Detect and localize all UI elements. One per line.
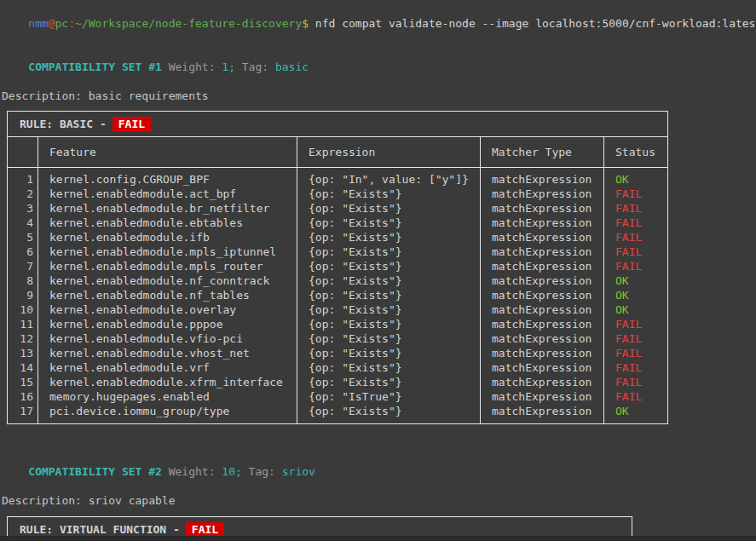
feature-cell: kernel.enabledmodule.nf_tables	[38, 288, 297, 302]
table-row: 3kernel.enabledmodule.br_netfilter{op: "…	[8, 201, 668, 216]
matcher-cell: matchExpression	[481, 230, 604, 245]
row-number: 5	[8, 230, 38, 245]
feature-cell: kernel.enabledmodule.act_bpf	[38, 187, 297, 201]
table-row: 14kernel.enabledmodule.vrf{op: "Exists"}…	[8, 360, 668, 375]
tag-label: Tag:	[242, 465, 282, 478]
expression-cell: {op: "Exists"}	[297, 201, 481, 216]
expression-cell: {op: "In", value: ["y"]}	[297, 168, 481, 187]
table-row: 15kernel.enabledmodule.xfrm_interface{op…	[8, 375, 668, 389]
status-cell: FAIL	[604, 317, 668, 331]
feature-cell: kernel.enabledmodule.xfrm_interface	[38, 375, 297, 389]
matcher-cell: matchExpression	[481, 375, 604, 389]
table-row: 1kernel.config.CGROUP_BPF{op: "In", valu…	[8, 168, 668, 187]
row-number: 1	[8, 168, 38, 187]
feature-cell: kernel.enabledmodule.ebtables	[38, 216, 297, 230]
set-title: COMPATIBILITY SET #1	[28, 60, 162, 73]
terminal-screen[interactable]: nmm@pc:~/Workspace/node-feature-discover…	[0, 0, 756, 541]
table-row: 11kernel.enabledmodule.pppoe{op: "Exists…	[8, 317, 668, 331]
matcher-cell: matchExpression	[481, 389, 604, 404]
status-cell: FAIL	[604, 346, 668, 360]
matcher-cell: matchExpression	[481, 360, 604, 375]
prompt-line: nmm@pc:~/Workspace/node-feature-discover…	[2, 2, 756, 45]
row-number: 14	[8, 360, 38, 375]
expression-cell: {op: "Exists"}	[297, 360, 481, 375]
row-number: 8	[8, 273, 38, 288]
weight-label: Weight:	[162, 60, 222, 73]
status-cell: FAIL	[604, 375, 668, 389]
prompt-at: @	[49, 17, 55, 30]
rule-title: RULE: VIRTUAL FUNCTION -	[20, 523, 180, 536]
table-row: 16memory.hugepages.enabled{op: "IsTrue"}…	[8, 389, 668, 404]
prompt-user: nmm	[28, 17, 48, 30]
row-number: 15	[8, 375, 38, 389]
feature-cell: kernel.enabledmodule.mpls_router	[38, 259, 297, 273]
table-row: 17pci.device.iommu_group/type{op: "Exist…	[8, 404, 668, 424]
rule-table-basic: RULE: BASIC -FAIL Feature Expression Mat…	[7, 111, 668, 424]
feature-cell: kernel.enabledmodule.ifb	[38, 230, 297, 245]
expression-cell: {op: "Exists"}	[297, 375, 481, 389]
expression-cell: {op: "Exists"}	[297, 273, 481, 288]
expression-cell: {op: "Exists"}	[297, 302, 481, 317]
feature-cell: memory.hugepages.enabled	[38, 389, 297, 404]
status-cell: FAIL	[604, 187, 668, 201]
matcher-cell: matchExpression	[481, 168, 604, 187]
feature-cell: kernel.enabledmodule.pppoe	[38, 317, 297, 331]
row-number: 10	[8, 302, 38, 317]
row-number: 3	[8, 201, 38, 216]
matcher-cell: matchExpression	[481, 201, 604, 216]
weight-value: 10;	[222, 465, 241, 478]
status-cell: OK	[604, 302, 668, 317]
table-row: 8kernel.enabledmodule.nf_conntrack{op: "…	[8, 273, 668, 288]
rule-title-row: RULE: BASIC -FAIL	[8, 112, 668, 137]
matcher-cell: matchExpression	[481, 317, 604, 331]
matcher-cell: matchExpression	[481, 302, 604, 317]
expression-cell: {op: "Exists"}	[297, 259, 481, 273]
feature-cell: kernel.enabledmodule.vfio-pci	[38, 331, 297, 346]
weight-label: Weight:	[162, 465, 222, 478]
prompt-dollar: $	[302, 17, 309, 30]
row-number: 7	[8, 259, 38, 273]
rule-title: RULE: BASIC -	[20, 118, 107, 130]
column-header-status: Status	[604, 137, 668, 168]
status-cell: OK	[604, 273, 668, 288]
expression-cell: {op: "Exists"}	[297, 331, 481, 346]
status-badge: FAIL	[186, 522, 224, 537]
table-row: 5kernel.enabledmodule.ifb{op: "Exists"}m…	[8, 230, 668, 245]
set-2-description: Description: sriov capable	[2, 493, 756, 508]
compat-set-2-heading: COMPATIBILITY SET #2 Weight: 10; Tag: sr…	[2, 450, 756, 493]
status-cell: FAIL	[604, 245, 668, 259]
matcher-cell: matchExpression	[481, 331, 604, 346]
table-row: 12kernel.enabledmodule.vfio-pci{op: "Exi…	[8, 331, 668, 346]
status-cell: FAIL	[604, 331, 668, 346]
prompt-colon: :	[68, 17, 75, 30]
rule-title-cell: RULE: BASIC -FAIL	[8, 112, 668, 137]
compat-set-1-heading: COMPATIBILITY SET #1 Weight: 1; Tag: bas…	[2, 45, 756, 89]
feature-cell: pci.device.iommu_group/type	[38, 404, 297, 424]
feature-cell: kernel.enabledmodule.vrf	[38, 360, 297, 375]
table-row: 13kernel.enabledmodule.vhost_net{op: "Ex…	[8, 346, 668, 360]
column-header-feature: Feature	[38, 137, 297, 168]
status-cell: FAIL	[604, 216, 668, 230]
status-badge: FAIL	[113, 117, 151, 131]
set-1-description: Description: basic requirements	[2, 89, 756, 103]
table-row: 7kernel.enabledmodule.mpls_router{op: "E…	[8, 259, 668, 273]
prompt-path: ~/Workspace/node-feature-discovery	[75, 17, 302, 30]
feature-cell: kernel.enabledmodule.vhost_net	[38, 346, 297, 360]
expression-cell: {op: "Exists"}	[297, 187, 481, 201]
row-number: 2	[8, 187, 38, 201]
table-row: 6kernel.enabledmodule.mpls_iptunnel{op: …	[8, 245, 668, 259]
expression-cell: {op: "Exists"}	[297, 317, 481, 331]
status-cell: FAIL	[604, 360, 668, 375]
column-header-expression: Expression	[297, 137, 481, 168]
matcher-cell: matchExpression	[481, 404, 604, 424]
column-header-matcher: Matcher Type	[481, 137, 604, 168]
row-number: 9	[8, 288, 38, 302]
feature-cell: kernel.enabledmodule.overlay	[38, 302, 297, 317]
tag-value: sriov	[282, 465, 315, 478]
row-number: 13	[8, 346, 38, 360]
expression-cell: {op: "IsTrue"}	[297, 389, 481, 404]
expression-cell: {op: "Exists"}	[297, 230, 481, 245]
set-title: COMPATIBILITY SET #2	[28, 465, 162, 478]
weight-value: 1;	[222, 60, 235, 73]
table-row: 10kernel.enabledmodule.overlay{op: "Exis…	[8, 302, 668, 317]
